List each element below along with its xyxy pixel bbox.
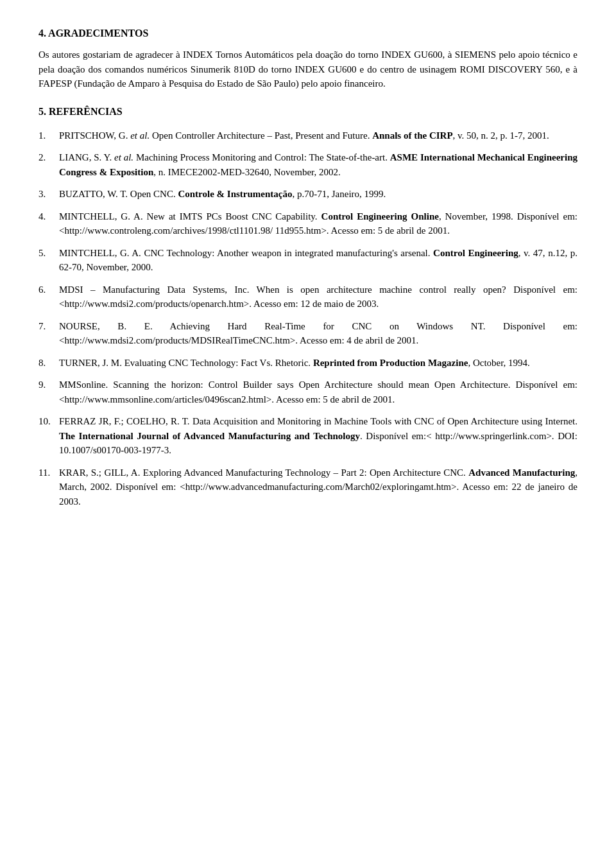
ref-content: MDSI – Manufacturing Data Systems, Inc. … <box>59 283 578 311</box>
list-item: 8. TURNER, J. M. Evaluating CNC Technolo… <box>38 356 578 370</box>
list-item: 2. LIANG, S. Y. et al. Machining Process… <box>38 150 578 179</box>
ref-content: PRITSCHOW, G. et al. Open Controller Arc… <box>59 128 578 143</box>
ref-number: 11. <box>38 466 59 509</box>
section-referencias: 5. REFERÊNCIAS 1. PRITSCHOW, G. et al. O… <box>38 104 578 509</box>
ref-content: MINTCHELL, G. A. CNC Technology: Another… <box>59 246 578 275</box>
ref-content: FERRAZ JR, F.; COELHO, R. T. Data Acquis… <box>59 414 578 458</box>
list-item: 9. MMSonline. Scanning the horizon: Cont… <box>38 378 578 406</box>
ref-number: 4. <box>38 209 59 238</box>
list-item: 3. BUZATTO, W. T. Open CNC. Controle & I… <box>38 187 578 202</box>
ref-number: 7. <box>38 319 59 348</box>
ref-content: KRAR, S.; GILL, A. Exploring Advanced Ma… <box>59 466 578 509</box>
ref-number: 5. <box>38 246 59 275</box>
ref-content: LIANG, S. Y. et al. Machining Process Mo… <box>59 150 578 179</box>
ref-number: 3. <box>38 187 59 202</box>
list-item: 1. PRITSCHOW, G. et al. Open Controller … <box>38 128 578 143</box>
list-item: 6. MDSI – Manufacturing Data Systems, In… <box>38 283 578 311</box>
ref-content: MMSonline. Scanning the horizon: Control… <box>59 378 578 406</box>
list-item: 7. NOURSE, B. E. Achieving Hard Real-Tim… <box>38 319 578 348</box>
ref-number: 2. <box>38 150 59 179</box>
section4-text: Os autores gostariam de agradecer à INDE… <box>38 48 578 91</box>
list-item: 5. MINTCHELL, G. A. CNC Technology: Anot… <box>38 246 578 275</box>
section-agradecimentos: 4. AGRADECIMENTOS Os autores gostariam d… <box>38 26 578 91</box>
section5-title: 5. REFERÊNCIAS <box>38 104 578 119</box>
ref-number: 10. <box>38 414 59 458</box>
ref-number: 8. <box>38 356 59 370</box>
ref-content: TURNER, J. M. Evaluating CNC Technology:… <box>59 356 578 370</box>
list-item: 4. MINTCHELL, G. A. New at IMTS PCs Boos… <box>38 209 578 238</box>
ref-content: NOURSE, B. E. Achieving Hard Real-Time f… <box>59 319 578 348</box>
ref-number: 9. <box>38 378 59 406</box>
references-list: 1. PRITSCHOW, G. et al. Open Controller … <box>38 128 578 509</box>
ref-content: BUZATTO, W. T. Open CNC. Controle & Inst… <box>59 187 578 202</box>
ref-number: 1. <box>38 128 59 143</box>
section4-title: 4. AGRADECIMENTOS <box>38 26 578 41</box>
list-item: 10. FERRAZ JR, F.; COELHO, R. T. Data Ac… <box>38 414 578 458</box>
list-item: 11. KRAR, S.; GILL, A. Exploring Advance… <box>38 466 578 509</box>
ref-content: MINTCHELL, G. A. New at IMTS PCs Boost C… <box>59 209 578 238</box>
ref-number: 6. <box>38 283 59 311</box>
